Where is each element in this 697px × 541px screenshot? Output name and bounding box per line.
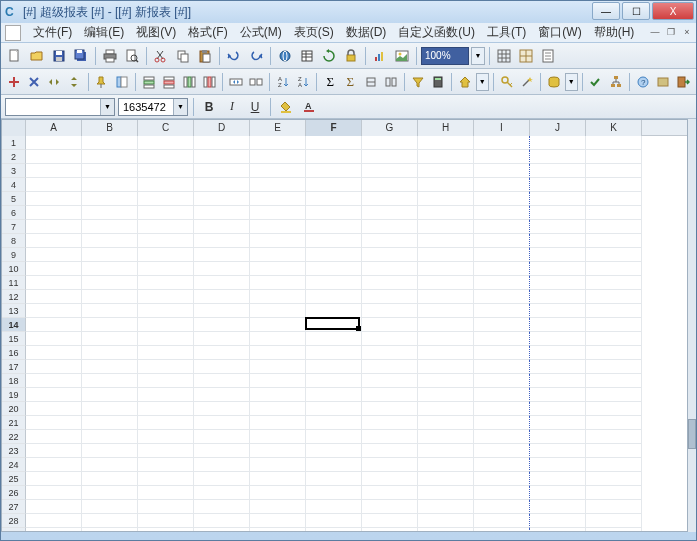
cell[interactable]: [586, 262, 642, 276]
ext-btn-4[interactable]: [65, 72, 83, 92]
print-preview-button[interactable]: [122, 46, 142, 66]
cell[interactable]: [26, 276, 82, 290]
cell[interactable]: [530, 206, 586, 220]
cell[interactable]: [474, 290, 530, 304]
sum-button[interactable]: Σ: [321, 72, 339, 92]
cell[interactable]: [362, 234, 418, 248]
zoom-combo[interactable]: 100%: [421, 47, 469, 65]
cell[interactable]: [474, 486, 530, 500]
cell[interactable]: [82, 430, 138, 444]
cell[interactable]: [26, 430, 82, 444]
cell[interactable]: [250, 458, 306, 472]
home-button[interactable]: [456, 72, 474, 92]
menu-edit[interactable]: 编辑(E): [78, 22, 130, 43]
cell[interactable]: [530, 500, 586, 514]
cell[interactable]: [530, 458, 586, 472]
cell[interactable]: [362, 360, 418, 374]
cell[interactable]: [362, 444, 418, 458]
cell[interactable]: [362, 374, 418, 388]
cell[interactable]: [306, 430, 362, 444]
cell[interactable]: [530, 304, 586, 318]
cell[interactable]: [418, 500, 474, 514]
cell[interactable]: [82, 276, 138, 290]
tree-button[interactable]: [607, 72, 625, 92]
cell[interactable]: [362, 514, 418, 528]
font-dropdown-button[interactable]: ▼: [100, 99, 114, 115]
cell[interactable]: [194, 360, 250, 374]
cell[interactable]: [418, 150, 474, 164]
cell[interactable]: [474, 472, 530, 486]
font-color-button[interactable]: A: [299, 97, 319, 117]
cut-button[interactable]: [151, 46, 171, 66]
cell[interactable]: [26, 360, 82, 374]
cell[interactable]: [138, 528, 194, 531]
cell[interactable]: [586, 332, 642, 346]
cell[interactable]: [82, 136, 138, 150]
cell[interactable]: [586, 178, 642, 192]
cell[interactable]: [586, 192, 642, 206]
row-header[interactable]: 14: [2, 318, 26, 332]
split-button[interactable]: [247, 72, 265, 92]
cell[interactable]: [530, 374, 586, 388]
cell[interactable]: [474, 458, 530, 472]
cell[interactable]: [530, 444, 586, 458]
cell[interactable]: [138, 248, 194, 262]
cell[interactable]: [306, 388, 362, 402]
cell[interactable]: [138, 150, 194, 164]
cell[interactable]: [474, 402, 530, 416]
cell[interactable]: [138, 430, 194, 444]
cell[interactable]: [82, 220, 138, 234]
cell[interactable]: [306, 346, 362, 360]
cell[interactable]: [250, 388, 306, 402]
mdi-restore-button[interactable]: ❐: [664, 25, 678, 39]
cell[interactable]: [418, 374, 474, 388]
cell[interactable]: [362, 164, 418, 178]
cell[interactable]: [306, 444, 362, 458]
cell[interactable]: [194, 500, 250, 514]
cell[interactable]: [82, 304, 138, 318]
cell[interactable]: [530, 472, 586, 486]
chart-button[interactable]: [370, 46, 390, 66]
cell[interactable]: [586, 164, 642, 178]
cell[interactable]: [362, 290, 418, 304]
cell[interactable]: [194, 304, 250, 318]
cell[interactable]: [474, 416, 530, 430]
cell[interactable]: [306, 136, 362, 150]
cell[interactable]: [586, 528, 642, 531]
cell[interactable]: [418, 486, 474, 500]
cell[interactable]: [26, 444, 82, 458]
cell[interactable]: [418, 136, 474, 150]
cell[interactable]: [586, 360, 642, 374]
cell[interactable]: [586, 220, 642, 234]
italic-button[interactable]: I: [222, 97, 242, 117]
cell[interactable]: [138, 402, 194, 416]
cell[interactable]: [306, 374, 362, 388]
cell[interactable]: [418, 262, 474, 276]
cell[interactable]: [82, 528, 138, 531]
cell[interactable]: [362, 220, 418, 234]
cell[interactable]: [474, 318, 530, 332]
cell[interactable]: [306, 234, 362, 248]
cell[interactable]: [362, 430, 418, 444]
cell[interactable]: [418, 514, 474, 528]
refresh-button[interactable]: [319, 46, 339, 66]
cell[interactable]: [362, 178, 418, 192]
cell[interactable]: [586, 472, 642, 486]
column-header[interactable]: H: [418, 120, 474, 136]
font-combo[interactable]: ▼: [5, 98, 115, 116]
cell[interactable]: [586, 402, 642, 416]
cell[interactable]: [250, 192, 306, 206]
cell[interactable]: [194, 290, 250, 304]
cell[interactable]: [418, 360, 474, 374]
config-button[interactable]: [654, 72, 672, 92]
cell[interactable]: [26, 402, 82, 416]
fill-color-button[interactable]: [276, 97, 296, 117]
cell[interactable]: [530, 262, 586, 276]
filter-button[interactable]: [409, 72, 427, 92]
cell[interactable]: [194, 416, 250, 430]
cell[interactable]: [250, 332, 306, 346]
cell[interactable]: [138, 290, 194, 304]
cell[interactable]: [82, 444, 138, 458]
ungroup-button[interactable]: [382, 72, 400, 92]
paste-button[interactable]: [195, 46, 215, 66]
